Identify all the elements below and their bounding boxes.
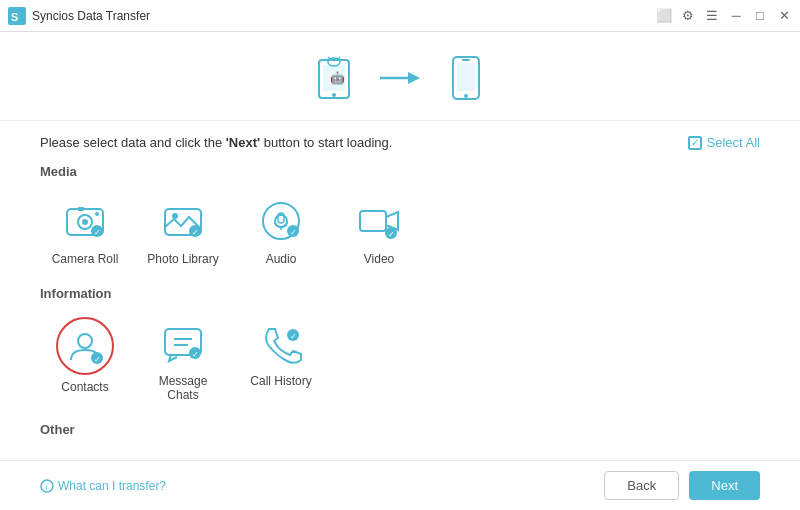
svg-rect-18 <box>78 207 84 211</box>
svg-text:S: S <box>11 11 18 23</box>
media-grid: ✓ Camera Roll ✓ Photo Lib <box>40 189 760 272</box>
svg-point-17 <box>82 219 88 225</box>
window-controls: ⬜ ⚙ ☰ ─ □ ✕ <box>656 8 792 23</box>
photo-library-icon-wrapper: ✓ <box>157 195 209 247</box>
select-all-button[interactable]: Select All <box>688 135 760 150</box>
section-label-information: Information <box>40 286 760 301</box>
title-bar: S Syncios Data Transfer ⬜ ⚙ ☰ ─ □ ✕ <box>0 0 800 32</box>
message-chats-icon-wrapper: ✓ <box>157 317 209 369</box>
item-contacts[interactable]: ✓ Contacts <box>40 311 130 408</box>
instruction-text: Please select data and click the 'Next' … <box>40 135 392 150</box>
restore-icon[interactable]: □ <box>752 8 768 23</box>
audio-label: Audio <box>266 252 297 266</box>
back-button[interactable]: Back <box>604 471 679 500</box>
source-device: 🤖 <box>308 52 360 104</box>
audio-icon-wrapper: ✓ <box>255 195 307 247</box>
item-calendar[interactable]: ✓ Calendar <box>40 447 130 460</box>
svg-line-6 <box>328 57 330 59</box>
transfer-header: 🤖 <box>0 32 800 121</box>
item-video[interactable]: ✓ Video <box>334 189 424 272</box>
next-button[interactable]: Next <box>689 471 760 500</box>
what-transfer-link[interactable]: i What can I transfer? <box>40 479 166 493</box>
select-all-checkbox[interactable] <box>688 136 702 150</box>
svg-point-19 <box>95 212 99 216</box>
bottom-bar: i What can I transfer? Back Next <box>0 460 800 510</box>
contacts-label: Contacts <box>61 380 108 394</box>
what-transfer-label: What can I transfer? <box>58 479 166 493</box>
instruction-bar: Please select data and click the 'Next' … <box>40 135 760 150</box>
other-grid: ✓ Calendar <box>40 447 760 460</box>
svg-text:✓: ✓ <box>290 228 297 237</box>
svg-text:✓: ✓ <box>192 228 199 237</box>
gear-icon[interactable]: ⚙ <box>680 8 696 23</box>
target-device <box>440 52 492 104</box>
menu-icon[interactable]: ☰ <box>704 8 720 23</box>
video-label: Video <box>364 252 394 266</box>
transfer-arrow <box>380 66 420 90</box>
svg-marker-10 <box>408 72 420 84</box>
minimize-icon[interactable]: ─ <box>728 8 744 23</box>
svg-point-4 <box>332 93 336 97</box>
calendar-icon-wrapper: ✓ <box>59 453 111 460</box>
svg-text:✓: ✓ <box>94 355 101 364</box>
item-camera-roll[interactable]: ✓ Camera Roll <box>40 189 130 272</box>
photo-library-label: Photo Library <box>147 252 218 266</box>
close-icon[interactable]: ✕ <box>776 8 792 23</box>
svg-point-13 <box>464 94 468 98</box>
svg-text:i: i <box>46 483 48 492</box>
svg-point-23 <box>172 213 178 219</box>
camera-roll-icon-wrapper: ✓ <box>59 195 111 247</box>
video-icon-wrapper: ✓ <box>353 195 405 247</box>
call-history-icon-wrapper: ✓ <box>255 317 307 369</box>
information-grid: ✓ Contacts ✓ <box>40 311 760 408</box>
svg-text:✓: ✓ <box>290 332 297 341</box>
call-history-label: Call History <box>250 374 311 388</box>
select-all-label: Select All <box>707 135 760 150</box>
message-chats-label: Message Chats <box>144 374 222 402</box>
section-label-media: Media <box>40 164 760 179</box>
section-label-other: Other <box>40 422 760 437</box>
monitor-icon[interactable]: ⬜ <box>656 8 672 23</box>
svg-text:✓: ✓ <box>388 230 395 239</box>
svg-text:✓: ✓ <box>192 350 199 359</box>
svg-text:✓: ✓ <box>94 228 101 237</box>
svg-line-7 <box>338 57 340 59</box>
item-message-chats[interactable]: ✓ Message Chats <box>138 311 228 408</box>
app-logo: S <box>8 7 26 25</box>
contacts-icon-wrapper: ✓ <box>56 317 114 375</box>
content-area: Please select data and click the 'Next' … <box>0 121 800 460</box>
item-call-history[interactable]: ✓ Call History <box>236 311 326 408</box>
window-title: Syncios Data Transfer <box>32 9 656 23</box>
item-photo-library[interactable]: ✓ Photo Library <box>138 189 228 272</box>
svg-rect-12 <box>457 63 475 91</box>
svg-rect-14 <box>462 59 470 61</box>
svg-point-35 <box>78 334 92 348</box>
camera-roll-label: Camera Roll <box>52 252 119 266</box>
bottom-buttons: Back Next <box>604 471 760 500</box>
svg-rect-32 <box>360 211 386 231</box>
item-audio[interactable]: ✓ Audio <box>236 189 326 272</box>
main-window: 🤖 <box>0 32 800 510</box>
svg-text:🤖: 🤖 <box>330 70 345 85</box>
